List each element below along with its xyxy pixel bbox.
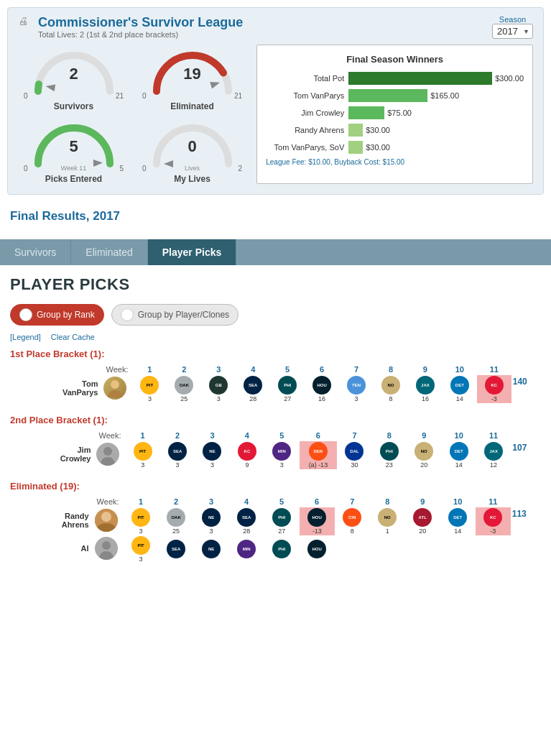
svg-point-5 xyxy=(103,447,112,456)
my-lives-label: My Lives xyxy=(174,174,210,184)
pick-cell-w11: KC -3 xyxy=(476,507,511,535)
pick-score: -13 xyxy=(307,527,326,535)
chart-title: Final Season Winners xyxy=(266,54,524,65)
pick-wrapper: OAK 25 xyxy=(167,508,185,535)
team-logo: SEA xyxy=(237,508,256,527)
pick-cell-w5: PHI xyxy=(264,535,300,563)
team-logo: PIT xyxy=(131,508,150,527)
chart-footer: League Fee: $10.00, Buyback Cost: $15.00 xyxy=(266,158,524,166)
svg-marker-2 xyxy=(93,160,102,167)
svg-marker-1 xyxy=(210,79,221,89)
eliminated-canvas: 19 xyxy=(146,45,239,95)
week-num-4: 4 xyxy=(236,364,270,375)
team-logo: NE xyxy=(203,442,221,461)
team-logo: NO xyxy=(415,442,433,461)
total-header xyxy=(511,496,541,507)
toggle-circle-rank xyxy=(19,308,32,321)
chart-bar-amount: $75.00 xyxy=(387,109,412,117)
pick-cell-w3: NE xyxy=(194,535,229,563)
pick-score: 3 xyxy=(202,527,221,535)
team-logo: DEN xyxy=(309,442,328,461)
total-score xyxy=(511,535,541,563)
pick-score: 1 xyxy=(378,527,397,535)
table-row: Al PIT 3 SEA xyxy=(10,535,541,563)
pick-wrapper: NO 1 xyxy=(378,508,397,535)
pick-wrapper: HOU 16 xyxy=(312,376,331,402)
pick-score: 20 xyxy=(415,461,433,469)
pick-score: 27 xyxy=(272,527,291,535)
player-avatar xyxy=(103,377,126,400)
picks-gauge: 5 0 Week 11 5 Picks Entered xyxy=(18,117,129,184)
tab-eliminated[interactable]: Eliminated xyxy=(71,239,147,265)
player-name: JimCrowley xyxy=(60,446,91,463)
player-cell: TomVanParys xyxy=(10,375,132,403)
chart-row-label: Tom VanParys, SoV xyxy=(266,143,348,152)
print-icon[interactable]: 🖨 xyxy=(18,15,28,27)
pick-cell-w7: TEN 3 xyxy=(339,375,374,403)
pick-cell-w1: PIT 3 xyxy=(125,441,159,469)
season-wrapper: 2017 2016 xyxy=(492,24,533,39)
legend-link[interactable]: [Legend] xyxy=(10,333,41,341)
pick-cell-w10: DET 14 xyxy=(443,375,477,403)
week-num-6: 6 xyxy=(305,364,339,375)
pick-wrapper: PHI 23 xyxy=(380,442,399,469)
bracket-table-1: Week:1234567891011 JimCrowley PIT 3 SEA xyxy=(10,430,541,469)
league-title: Commissioner's Survivor League xyxy=(38,15,243,30)
pick-score: 3 xyxy=(131,556,150,563)
chart-bar-fill xyxy=(348,124,363,137)
tab-survivors[interactable]: Survivors xyxy=(0,239,71,265)
pick-score: 25 xyxy=(175,395,193,402)
pick-cell-w10: DET 14 xyxy=(441,441,476,469)
pick-score: 8 xyxy=(343,527,361,535)
chart-bar-fill xyxy=(348,141,363,154)
chart-row-label: Total Pot xyxy=(266,74,348,83)
pick-cell-w6: DEN (a) -13 xyxy=(300,441,338,469)
player-avatar xyxy=(95,509,118,532)
team-logo: NE xyxy=(202,540,221,558)
chart-bar-container: $30.00 xyxy=(348,124,524,137)
clear-cache-link[interactable]: Clear Cache xyxy=(51,333,95,341)
pick-wrapper: PIT 3 xyxy=(131,508,150,535)
pick-wrapper: DAL 30 xyxy=(345,442,364,469)
player-avatar xyxy=(96,443,119,466)
total-score: 107 xyxy=(511,441,541,469)
survivors-gauge: 2 0 21 Survivors xyxy=(18,45,129,111)
tab-player-picks[interactable]: Player Picks xyxy=(148,239,237,265)
season-section: Season 2017 2016 xyxy=(492,15,533,39)
pick-wrapper: PIT 3 xyxy=(131,536,150,563)
team-logo: KC xyxy=(238,442,256,461)
week-num-3: 3 xyxy=(195,430,229,441)
pick-score: 3 xyxy=(131,527,150,535)
player-name: Al xyxy=(81,544,89,553)
team-logo: KC xyxy=(485,376,504,395)
team-logo: GB xyxy=(209,376,228,395)
player-info: Al xyxy=(11,537,122,560)
pick-wrapper: NE 3 xyxy=(202,508,221,535)
week-num-9: 9 xyxy=(405,496,440,507)
week-num-5: 5 xyxy=(264,430,299,441)
week-num-2: 2 xyxy=(160,430,195,441)
team-logo: SEA xyxy=(167,540,185,558)
chart-row-label: Jim Crowley xyxy=(266,109,348,117)
group-by-player-btn[interactable]: Group by Player/Clones xyxy=(111,304,239,326)
bracket-title-2[interactable]: Eliminated (19): xyxy=(10,481,541,492)
pick-wrapper: PIT 3 xyxy=(140,376,159,402)
svg-marker-0 xyxy=(45,83,55,91)
pick-score: 27 xyxy=(278,395,297,402)
brackets-container: 1st Place Bracket (1):Week:1234567891011… xyxy=(10,349,541,563)
bracket-title-0[interactable]: 1st Place Bracket (1): xyxy=(10,349,541,359)
group-by-rank-btn[interactable]: Group by Rank xyxy=(10,304,104,326)
bracket-section-1: 2nd Place Bracket (1):Week:1234567891011… xyxy=(10,415,541,469)
picks-value: 5 xyxy=(69,137,78,156)
team-logo: HOU xyxy=(307,540,326,558)
chart-row: Randy Ahrens $30.00 xyxy=(266,124,524,137)
pick-cell-w11: JAX 12 xyxy=(476,441,511,469)
team-logo: MIN xyxy=(272,442,291,461)
pick-wrapper: DET 14 xyxy=(450,442,468,469)
chart-rows: Total Pot $300.00 Tom VanParys $165.00 J… xyxy=(266,72,524,154)
bracket-title-1[interactable]: 2nd Place Bracket (1): xyxy=(10,415,541,425)
pick-cell-w11 xyxy=(476,535,511,563)
chart-bar: $300.00 xyxy=(348,72,524,85)
pick-wrapper: DET 14 xyxy=(448,508,467,535)
season-select[interactable]: 2017 2016 xyxy=(492,24,533,39)
